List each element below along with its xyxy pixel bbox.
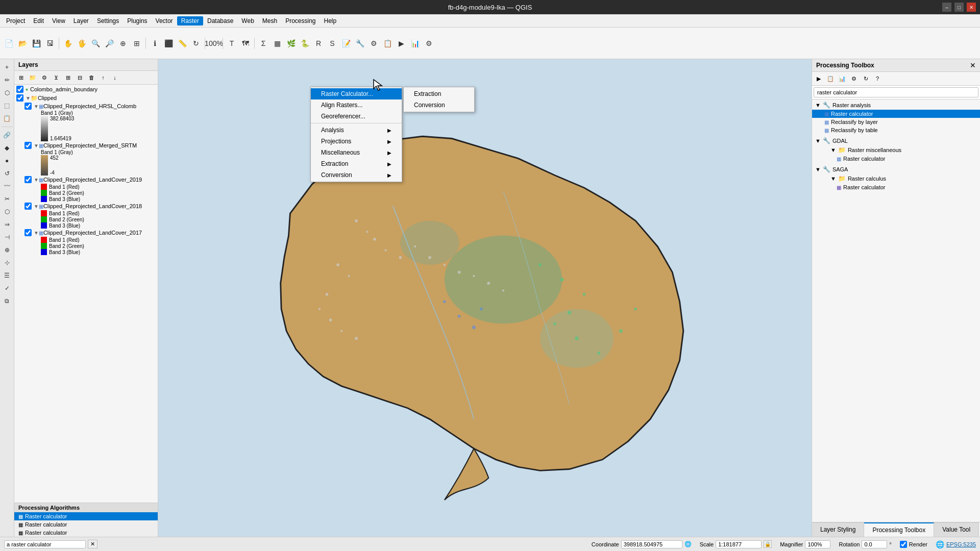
options-btn[interactable]: ⚙ xyxy=(422,37,435,50)
python-btn[interactable]: 🐍 xyxy=(298,37,311,50)
extraction-menu-item[interactable]: Extraction ▶ xyxy=(311,158,402,169)
zoom-in-btn[interactable]: 🔍 xyxy=(89,37,102,50)
select-btn[interactable]: ⬛ xyxy=(162,37,175,50)
menu-settings[interactable]: Settings xyxy=(93,16,123,26)
layer-checkbox-clipped[interactable] xyxy=(16,94,23,102)
layer-item-clipped-group[interactable]: ▼ 📁 Clipped xyxy=(14,94,158,102)
search-input[interactable] xyxy=(814,87,978,97)
menu-web[interactable]: Web xyxy=(237,16,258,26)
tree-item-raster-calculator-1[interactable]: ▦ Raster calculator xyxy=(812,110,980,118)
cut-btn[interactable]: ✂ xyxy=(1,193,13,205)
layer-item-lc2018[interactable]: ▼ ▦ Clipped_Reprojected_LandCover_2018 xyxy=(14,202,158,210)
menu-project[interactable]: Project xyxy=(2,16,29,26)
layer-checkbox-lc2019[interactable] xyxy=(24,176,32,183)
layer-down-btn[interactable]: ↓ xyxy=(109,72,120,83)
align-rasters-menu-item[interactable]: Align Rasters... xyxy=(311,99,402,111)
attributes-btn[interactable]: 📋 xyxy=(1,112,13,124)
remove-layer-btn[interactable]: 🗑 xyxy=(86,72,97,83)
scripts-btn[interactable]: 📝 xyxy=(339,37,353,50)
maximize-button[interactable]: □ xyxy=(954,3,964,12)
menu-processing[interactable]: Processing xyxy=(281,16,320,26)
scale-input[interactable] xyxy=(716,540,762,548)
tab-processing-toolbox[interactable]: Processing Toolbox xyxy=(864,522,934,537)
conversion-menu-item[interactable]: Conversion ▶ xyxy=(311,169,402,181)
tree-group-header-raster-analysis[interactable]: ▼ 🔧 Raster analysis xyxy=(812,101,980,110)
geom-checker-btn[interactable]: ✓ xyxy=(1,282,13,294)
menu-raster[interactable]: Raster xyxy=(177,16,203,26)
menu-mesh[interactable]: Mesh xyxy=(258,16,281,26)
menu-layer[interactable]: Layer xyxy=(69,16,93,26)
tree-item-raster-calculator-2[interactable]: ▦ Raster calculator xyxy=(812,155,980,163)
tab-layer-styling[interactable]: Layer Styling xyxy=(812,522,864,537)
node-btn[interactable]: ● xyxy=(1,155,13,167)
save-as-btn[interactable]: 🖫 xyxy=(43,37,57,50)
copy-feats-btn[interactable]: ⧉ xyxy=(1,295,13,307)
search-clear-btn[interactable]: ✕ xyxy=(88,540,97,548)
saga-btn[interactable]: S xyxy=(326,37,339,50)
results-btn[interactable]: 📊 xyxy=(408,37,422,50)
measure-btn[interactable]: 📏 xyxy=(176,37,189,50)
close-button[interactable]: ✕ xyxy=(967,3,976,12)
expand-all-btn[interactable]: ⊞ xyxy=(62,72,74,83)
layer-checkbox-hrsl[interactable] xyxy=(24,103,32,110)
proc-alg-item-0[interactable]: ▦ Raster calculator xyxy=(14,512,158,520)
pan-btn[interactable]: ✋ xyxy=(61,37,75,50)
pan2-btn[interactable]: 🖐 xyxy=(75,37,88,50)
layer-item-lc2019[interactable]: ▼ ▦ Clipped_Reprojected_LandCover_2019 xyxy=(14,176,158,184)
bottom-search-input[interactable] xyxy=(4,540,86,548)
layer-up-btn[interactable]: ↑ xyxy=(97,72,109,83)
layer-checkbox-lc2017[interactable] xyxy=(24,229,32,236)
toolbox-history-btn[interactable]: 📋 xyxy=(825,73,836,84)
manage-layers-btn[interactable]: ⚙ xyxy=(39,72,50,83)
tree-group-header-saga[interactable]: ▼ 🔧 SAGA xyxy=(812,165,980,174)
scale-lock-btn[interactable]: 🔒 xyxy=(764,540,772,548)
toolbox-btn[interactable]: 🔧 xyxy=(353,37,366,50)
layer-checkbox-lc2018[interactable] xyxy=(24,203,32,210)
select-features-btn[interactable]: ⬚ xyxy=(1,99,13,112)
filter-layers-btn[interactable]: ⊻ xyxy=(51,72,62,83)
model-btn[interactable]: ⚙ xyxy=(367,37,380,50)
toolbox-close-btn[interactable]: ✕ xyxy=(970,61,976,69)
zoom-out-btn[interactable]: 🔎 xyxy=(103,37,116,50)
move-btn[interactable]: ⊹ xyxy=(1,257,13,269)
menu-database[interactable]: Database xyxy=(203,16,237,26)
menu-vector[interactable]: Vector xyxy=(152,16,177,26)
menu-edit[interactable]: Edit xyxy=(29,16,48,26)
georeferencer-menu-item[interactable]: Georeferencer... xyxy=(311,111,402,122)
layer-item-hrsl[interactable]: ▼ ▦ Clipped_Reprojected_HRSL_Colomb xyxy=(14,102,158,110)
toolbox-refresh-btn[interactable]: ↻ xyxy=(860,73,871,84)
open-btn[interactable]: 📂 xyxy=(16,37,29,50)
magnifier-input[interactable] xyxy=(805,540,830,548)
layer-item-lc2017[interactable]: ▼ ▦ Clipped_Reprojected_LandCover_2017 xyxy=(14,229,158,237)
snap-btn[interactable]: 🔗 xyxy=(1,129,13,141)
open-layer-props-btn[interactable]: ⊞ xyxy=(15,72,27,83)
digitize-btn[interactable]: ⬡ xyxy=(1,87,13,99)
submenu-conversion[interactable]: Conversion xyxy=(404,99,474,111)
rotate-btn[interactable]: ↺ xyxy=(1,167,13,180)
toolbox-run-btn[interactable]: ▶ xyxy=(813,73,824,84)
stat-btn[interactable]: Σ xyxy=(257,37,270,50)
menu-plugins[interactable]: Plugins xyxy=(123,16,151,26)
edit-btn[interactable]: ✏ xyxy=(1,74,13,86)
zoom-full-btn[interactable]: ⊕ xyxy=(116,37,130,50)
merge-btn[interactable]: ⊕ xyxy=(1,244,13,256)
toolbox-help-btn[interactable]: ? xyxy=(872,73,883,84)
menu-view[interactable]: View xyxy=(48,16,69,26)
coordinate-input[interactable] xyxy=(621,540,682,548)
raster-calculator-menu-item[interactable]: Raster Calculator... xyxy=(311,88,402,99)
layout-btn[interactable]: 🗺 xyxy=(239,37,252,50)
r-btn[interactable]: R xyxy=(312,37,325,50)
minimize-button[interactable]: – xyxy=(942,3,951,12)
layer-checkbox-colombo[interactable] xyxy=(16,86,23,93)
tree-subgroup-header-raster-misc[interactable]: ▼ 📁 Raster miscellaneous xyxy=(812,145,980,155)
toolbox-model-btn[interactable]: ⚙ xyxy=(848,73,860,84)
render-checkbox[interactable] xyxy=(900,541,907,548)
proc-alg-item-1[interactable]: ▦ Raster calculator xyxy=(14,520,158,529)
zoom-100-btn[interactable]: 100% xyxy=(207,37,220,50)
layer-item-srtm[interactable]: ▼ ▦ Clipped_Reprojected_Merged_SRTM xyxy=(14,141,158,149)
miscellaneous-menu-item[interactable]: Miscellaneous ▶ xyxy=(311,147,402,158)
rotation-input[interactable] xyxy=(862,540,887,548)
tree-subgroup-header-raster-calculus[interactable]: ▼ 📁 Raster calculus xyxy=(812,174,980,183)
tree-item-reclassify-table[interactable]: ▦ Reclassify by table xyxy=(812,126,980,134)
grass-btn[interactable]: 🌿 xyxy=(284,37,298,50)
